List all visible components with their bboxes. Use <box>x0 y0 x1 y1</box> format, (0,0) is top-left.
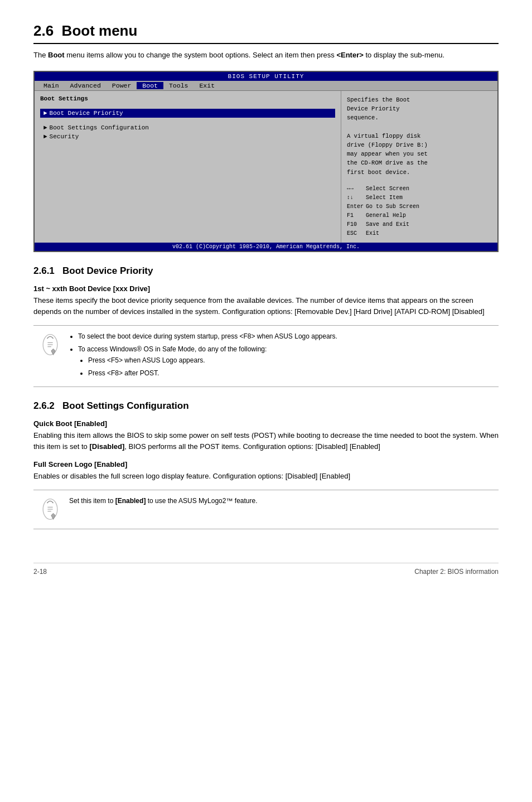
quick-boot-desc: Enabling this item allows the BIOS to sk… <box>33 430 499 452</box>
note-content-boot-device: To select the boot device during system … <box>69 331 337 381</box>
bios-topbar: BIOS SETUP UTILITY <box>35 72 497 81</box>
bios-arrow-icon: ► <box>43 110 47 117</box>
note-pencil-icon-2 <box>40 497 61 523</box>
subsection-title-2-6-2: 2.6.2 Boot Settings Configuration <box>33 400 499 412</box>
section-intro: The Boot menu items allow you to change … <box>33 50 499 61</box>
bios-menu-exit: Exit <box>194 82 220 89</box>
note-content-full-screen-logo: Set this item to [Enabled] to use the AS… <box>69 496 258 506</box>
bios-help-keys: ↔→Select Screen ↕↓Select Item EnterGo to… <box>347 185 492 238</box>
subsection-2-6-2: 2.6.2 Boot Settings Configuration Quick … <box>33 400 499 529</box>
bios-section-label: Boot Settings <box>40 95 335 102</box>
bios-content: Boot Settings ► Boot Device Priority ► B… <box>35 91 497 243</box>
note-box-boot-device: To select the boot device during system … <box>33 325 499 387</box>
subsection-title-2-6-1: 2.6.1 Boot Device Priority <box>33 265 499 277</box>
bios-key-enter: Enter <box>347 202 366 211</box>
note-pencil-icon <box>40 332 61 359</box>
bios-key-f10: F10 <box>347 220 366 229</box>
bios-left-panel: Boot Settings ► Boot Device Priority ► B… <box>35 91 341 243</box>
footer-page-number: 2-18 <box>33 568 47 576</box>
subsubsection-title-full-screen-logo: Full Screen Logo [Enabled] <box>33 460 499 468</box>
bios-menu-power: Power <box>107 82 137 89</box>
bios-key-arrows: ↔→ <box>347 185 366 194</box>
bios-key-esc: ESC <box>347 229 366 238</box>
subsubsection-title-quick-boot: Quick Boot [Enabled] <box>33 419 499 428</box>
bios-arrow-icon: ► <box>43 124 47 131</box>
bios-arrow-icon: ► <box>43 133 47 140</box>
bios-key-updown: ↕↓ <box>347 194 366 202</box>
note-box-full-screen-logo: Set this item to [Enabled] to use the AS… <box>33 490 499 529</box>
bios-screenshot: BIOS SETUP UTILITY Main Advanced Power B… <box>33 71 499 252</box>
section-header: 2.6 Boot menu The Boot menu items allow … <box>33 22 499 61</box>
bios-menu-advanced: Advanced <box>65 82 107 89</box>
footer-chapter: Chapter 2: BIOS information <box>414 568 499 576</box>
bios-menu-boot: Boot <box>137 82 163 89</box>
bios-item-boot-settings-config: ► Boot Settings Configuration <box>40 123 335 132</box>
bios-key-f1: F1 <box>347 211 366 220</box>
bios-right-panel: Specifies the BootDevice Prioritysequenc… <box>341 91 497 243</box>
bios-footer: v02.61 (C)Copyright 1985-2010, American … <box>35 243 497 251</box>
subsection-2-6-1: 2.6.1 Boot Device Priority 1st ~ xxth Bo… <box>33 265 499 387</box>
section-title: 2.6 Boot menu <box>33 22 499 44</box>
boot-device-desc: These items specify the boot device prio… <box>33 295 499 317</box>
full-screen-logo-desc: Enables or disables the full screen logo… <box>33 471 499 482</box>
bios-menu-tools: Tools <box>163 82 194 89</box>
bios-menu-main: Main <box>38 82 65 89</box>
subsubsection-title-boot-device: 1st ~ xxth Boot Device [xxx Drive] <box>33 284 499 293</box>
bios-menubar: Main Advanced Power Boot Tools Exit <box>35 81 497 91</box>
bios-item-security: ► Security <box>40 132 335 141</box>
bios-item-boot-device-priority: ► Boot Device Priority <box>40 109 335 118</box>
page-footer: 2-18 Chapter 2: BIOS information <box>33 563 499 576</box>
bios-help-text: Specifies the BootDevice Prioritysequenc… <box>347 95 492 177</box>
